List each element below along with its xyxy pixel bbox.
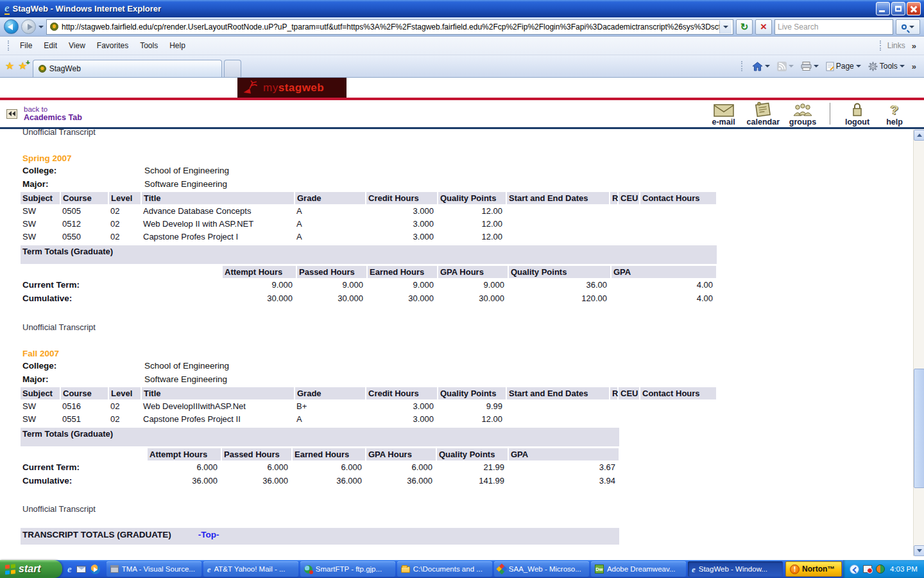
back-button[interactable] (4, 19, 19, 34)
top-link[interactable]: -Top- (198, 530, 219, 539)
print-button[interactable] (798, 60, 821, 73)
address-dropdown-button[interactable] (719, 21, 732, 33)
address-field[interactable]: http://stagweb.fairfield.edu/cp/render.U… (46, 19, 733, 35)
help-label: help (886, 118, 903, 127)
scroll-down-button[interactable] (914, 545, 924, 556)
close-button[interactable] (907, 2, 921, 15)
start-button[interactable]: start (0, 560, 62, 578)
norton-button[interactable]: ! Norton™ (785, 561, 842, 577)
menu-item-help[interactable]: Help (164, 38, 191, 53)
help-button[interactable]: ? help (880, 103, 909, 127)
quicklaunch-media-player-icon[interactable] (90, 565, 100, 574)
home-button[interactable] (749, 60, 773, 73)
history-dropdown-button[interactable] (38, 26, 44, 28)
course-row: SW050502Advance Database ConceptsA3.0001… (21, 204, 717, 217)
quicklaunch-ie-icon[interactable]: e (67, 565, 72, 574)
col-header-quality-points: Quality Points (438, 387, 506, 399)
minimize-button[interactable] (876, 2, 890, 15)
tray-collapse-icon[interactable] (850, 565, 859, 574)
col-header-subject: Subject (21, 192, 60, 204)
feeds-button[interactable] (774, 60, 796, 73)
folder-icon (401, 566, 410, 573)
toolbar-grip[interactable] (8, 40, 10, 51)
back-to-tab-button[interactable] (6, 109, 17, 119)
col-header-subject: Subject (21, 387, 60, 399)
tools-menu-button[interactable]: Tools (866, 60, 907, 73)
links-label[interactable]: Links (887, 41, 905, 50)
scroll-up-button[interactable] (914, 130, 924, 141)
taskbar-item-saa-web[interactable]: SAA_Web - Microso... (494, 561, 589, 577)
col-header-gpa: GPA (508, 448, 619, 460)
help-icon: ? (891, 103, 899, 117)
term-heading-spring: Spring 2007 (22, 153, 913, 163)
taskbar-item-dreamweaver[interactable]: DwAdobe Dreamweav... (591, 561, 686, 577)
vertical-scrollbar[interactable] (913, 130, 924, 556)
scrollbar-thumb[interactable] (914, 369, 924, 488)
groups-button[interactable]: groups (789, 103, 817, 127)
forward-button[interactable] (21, 19, 36, 34)
term-totals-bar-fall: Term Totals (Graduate) (21, 428, 619, 446)
back-to-line1: back to (24, 105, 82, 113)
menu-item-view[interactable]: View (63, 38, 91, 53)
groups-icon (791, 103, 814, 117)
search-input[interactable] (778, 22, 890, 31)
add-favorite-button[interactable]: ★ (18, 61, 27, 71)
url-text[interactable]: http://stagweb.fairfield.edu/cp/render.U… (62, 22, 719, 31)
ie-icon: e (207, 565, 211, 574)
major-label: Major: (22, 179, 144, 189)
transcript-totals-label: TRANSCRIPT TOTALS (GRADUATE) (22, 530, 171, 539)
unofficial-transcript-label: Unofficial Transcript (22, 129, 913, 137)
norton-label: Norton™ (802, 565, 835, 574)
double-back-icon (8, 111, 12, 116)
menu-item-file[interactable]: File (14, 38, 38, 53)
tray-app-icon[interactable] (876, 565, 885, 574)
taskbar-item-tma[interactable]: TMA - Visual Source... (107, 561, 201, 577)
page-menu-button[interactable]: Page (823, 60, 864, 73)
stop-button[interactable]: × (755, 19, 772, 35)
taskbar-clock[interactable]: 4:03 PM (890, 565, 918, 573)
quicklaunch-mail-icon[interactable] (76, 566, 86, 573)
col-header-passed-hours: Passed Hours (221, 448, 292, 460)
links-overflow-chevron[interactable]: » (909, 41, 919, 51)
restore-button[interactable] (891, 2, 905, 15)
current-term-row: Current Term: 6.000 6.000 6.000 6.000 21… (21, 460, 619, 474)
refresh-button[interactable]: ↻ (736, 19, 753, 35)
links-grip[interactable] (880, 40, 882, 51)
visual-studio-icon (496, 564, 507, 575)
menu-item-favorites[interactable]: Favorites (91, 38, 134, 53)
ie-logo-icon: e (4, 3, 10, 15)
email-button[interactable]: e-mail (710, 104, 738, 127)
email-label: e-mail (712, 118, 735, 127)
col-header-passed-hours: Passed Hours (296, 266, 367, 278)
task-buttons: TMA - Visual Source... eAT&T Yahoo! Mail… (105, 560, 784, 578)
quick-launch: e (62, 560, 105, 578)
back-to-academics-link[interactable]: back to Academics Tab (24, 105, 82, 122)
command-grip[interactable] (741, 61, 744, 71)
new-tab-button[interactable] (224, 60, 241, 77)
favorites-center-button[interactable]: ★ (5, 61, 14, 71)
search-button[interactable] (896, 19, 920, 35)
menu-item-edit[interactable]: Edit (38, 38, 63, 53)
col-header-course: Course (60, 387, 108, 399)
tab-favicon-icon (38, 65, 46, 73)
tray-monitor-icon[interactable] (863, 565, 872, 573)
tab-stagweb[interactable]: StagWeb (33, 60, 222, 77)
col-header-course: Course (60, 192, 108, 204)
command-overflow-chevron[interactable]: » (909, 62, 919, 71)
menu-item-tools[interactable]: Tools (134, 38, 164, 53)
major-value: Software Engineering (144, 374, 227, 384)
cumulative-row: Cumulative: 36.000 36.000 36.000 36.000 … (21, 474, 619, 487)
taskbar-item-explorer-folder[interactable]: C:\Documents and ... (397, 561, 492, 577)
calendar-button[interactable]: calendar (747, 101, 780, 127)
logo-prefix: my (263, 82, 278, 94)
taskbar-item-yahoo-mail[interactable]: eAT&T Yahoo! Mail - ... (203, 561, 298, 577)
taskbar-item-smartftp[interactable]: SmartFTP - ftp.gjp... (300, 561, 395, 577)
logout-button[interactable]: logout (843, 102, 871, 127)
unofficial-transcript-label: Unofficial Transcript (22, 504, 913, 514)
page-favicon-icon (50, 22, 58, 31)
major-row: Major:Software Engineering (22, 179, 913, 190)
taskbar-item-stagweb[interactable]: eStagWeb - Window... (688, 561, 783, 577)
tab-row: ★ ★ StagWeb Page (0, 55, 924, 78)
search-box[interactable] (774, 19, 893, 35)
print-icon (801, 62, 812, 71)
